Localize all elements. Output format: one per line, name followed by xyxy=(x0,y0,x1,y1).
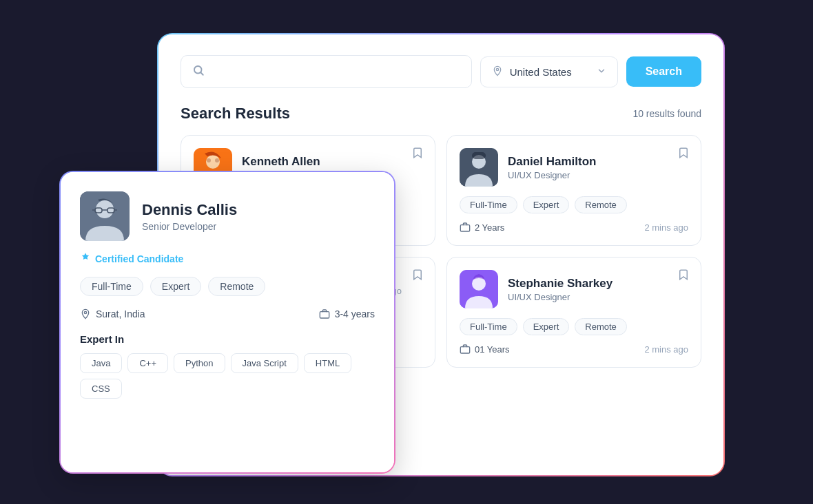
overlay-tag-fulltime: Full-Time xyxy=(80,277,143,296)
search-area: UI UX Designer| United States Search xyxy=(178,55,704,88)
experience-item: 01 Years xyxy=(460,344,510,355)
skill-cpp: C++ xyxy=(127,353,168,373)
tag-expert: Expert xyxy=(523,318,570,335)
tags-row: Full-Time Expert Remote xyxy=(460,318,688,335)
search-input-wrapper[interactable]: UI UX Designer| xyxy=(181,55,472,88)
search-button[interactable]: Search xyxy=(626,56,701,87)
expert-in-section: Expert In Java C++ Python Java Script HT… xyxy=(80,333,375,399)
candidate-name: Kenneth Allen xyxy=(242,155,320,169)
skill-java: Java xyxy=(80,353,122,373)
svg-rect-22 xyxy=(320,312,329,318)
certified-icon xyxy=(80,252,91,266)
results-title: Search Results xyxy=(181,105,290,123)
card-header: Daniel Hamilton UI/UX Designer xyxy=(460,148,688,187)
bookmark-icon[interactable] xyxy=(677,147,690,162)
skill-html: HTML xyxy=(304,353,351,373)
candidate-card-stephanie[interactable]: Stephanie Sharkey UI/UX Designer Full-Ti… xyxy=(446,257,701,368)
svg-rect-9 xyxy=(472,152,486,159)
skills-grid: Java C++ Python Java Script HTML CSS xyxy=(80,353,375,399)
svg-point-6 xyxy=(215,158,219,162)
location-text: United States xyxy=(510,66,572,78)
tags-row: Full-Time Expert Remote xyxy=(460,196,688,213)
skill-javascript: Java Script xyxy=(231,353,298,373)
svg-point-15 xyxy=(96,200,114,218)
card-footer: 01 Years 2 mins ago xyxy=(460,344,688,355)
overlay-tags: Full-Time Expert Remote xyxy=(80,277,375,296)
svg-rect-10 xyxy=(460,225,469,231)
overlay-header: Dennis Callis Senior Developer xyxy=(80,191,375,241)
tag-remote: Remote xyxy=(575,318,627,335)
tag-fulltime: Full-Time xyxy=(460,196,517,213)
expert-in-title: Expert In xyxy=(80,333,375,345)
avatar-stephanie xyxy=(460,270,498,308)
chevron-down-icon xyxy=(597,66,606,78)
search-input[interactable]: UI UX Designer| xyxy=(212,66,460,78)
certified-badge: Certified Candidate xyxy=(80,252,375,266)
bookmark-icon[interactable] xyxy=(411,147,424,162)
svg-line-1 xyxy=(200,72,203,74)
overlay-info: Dennis Callis Senior Developer xyxy=(142,201,237,232)
svg-point-21 xyxy=(84,311,86,313)
candidate-name: Stephanie Sharkey xyxy=(508,277,613,291)
location-pin-icon xyxy=(492,65,503,78)
svg-point-5 xyxy=(207,158,211,162)
candidate-role: UI/UX Designer xyxy=(508,292,613,302)
bookmark-icon[interactable] xyxy=(677,269,690,284)
card-footer: 2 Years 2 mins ago xyxy=(460,222,688,233)
location-item: Surat, India xyxy=(80,308,145,319)
tag-expert: Expert xyxy=(523,196,570,213)
time-text: 2 mins ago xyxy=(644,344,688,355)
results-count: 10 results found xyxy=(632,108,701,119)
skill-css: CSS xyxy=(80,379,122,399)
overlay-candidate-role: Senior Developer xyxy=(142,221,237,232)
search-icon xyxy=(192,64,205,79)
candidate-card-daniel[interactable]: Daniel Hamilton UI/UX Designer Full-Time… xyxy=(446,135,701,246)
overlay-candidate-name: Dennis Callis xyxy=(142,201,237,219)
dennis-callis-card: Dennis Callis Senior Developer Certified… xyxy=(61,172,394,472)
tag-remote: Remote xyxy=(575,196,627,213)
experience-item: 2 Years xyxy=(460,222,504,233)
experience-text: 01 Years xyxy=(475,344,510,355)
overlay-experience: 3-4 years xyxy=(335,308,375,319)
candidate-name: Daniel Hamilton xyxy=(508,155,596,169)
avatar-dennis xyxy=(80,191,130,241)
candidate-info: Daniel Hamilton UI/UX Designer xyxy=(508,155,596,180)
candidate-info: Stephanie Sharkey UI/UX Designer xyxy=(508,277,613,302)
overlay-info-row: Surat, India 3-4 years xyxy=(80,308,375,319)
skill-python: Python xyxy=(174,353,225,373)
tag-fulltime: Full-Time xyxy=(460,318,517,335)
experience-text: 2 Years xyxy=(475,222,504,233)
svg-point-2 xyxy=(496,68,498,70)
svg-rect-13 xyxy=(460,347,469,353)
location-selector[interactable]: United States xyxy=(480,56,618,87)
avatar-daniel xyxy=(460,148,498,187)
bookmark-icon[interactable] xyxy=(411,269,424,284)
card-header: Stephanie Sharkey UI/UX Designer xyxy=(460,270,688,308)
certified-text: Certified Candidate xyxy=(95,253,183,264)
overlay-tag-remote: Remote xyxy=(208,277,265,296)
experience-item: 3-4 years xyxy=(319,308,375,319)
overlay-location: Surat, India xyxy=(96,308,145,319)
results-header: Search Results 10 results found xyxy=(178,105,704,123)
candidate-role: UI/UX Designer xyxy=(508,170,596,180)
overlay-tag-expert: Expert xyxy=(150,277,201,296)
time-text: 2 mins ago xyxy=(644,222,688,233)
